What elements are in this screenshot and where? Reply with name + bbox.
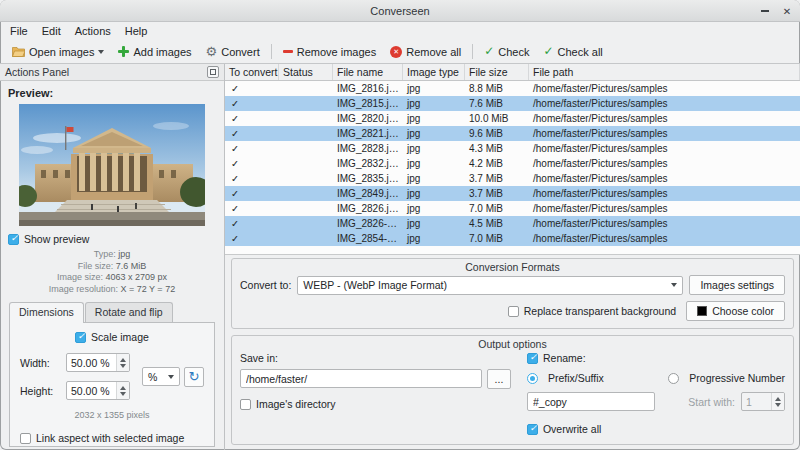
row-file-size: 3.7 MiB <box>465 173 529 184</box>
checkbox-unchecked-icon <box>20 433 31 444</box>
check-button[interactable]: ✓ Check <box>477 44 536 60</box>
replace-transparent-checkbox[interactable]: Replace transparent background <box>508 305 676 317</box>
row-check-icon[interactable]: ✓ <box>225 203 279 214</box>
table-row[interactable]: ✓IMG_2820.jpgjpg10.0 MiB/home/faster/Pic… <box>225 111 800 126</box>
output-options-group: Output options Save in: ... Image's dire… <box>231 335 794 445</box>
width-spinbox[interactable]: 50.00 % <box>66 353 130 372</box>
rename-checkbox[interactable]: Rename: <box>527 352 785 364</box>
radio-selected-icon <box>527 373 538 384</box>
panel-tabs: Dimensions Rotate and flip <box>9 302 215 322</box>
spin-stepper-buttons[interactable] <box>116 382 129 399</box>
menu-actions[interactable]: Actions <box>68 24 118 38</box>
row-image-type: jpg <box>403 173 465 184</box>
prefix-suffix-radio[interactable]: Prefix/Suffix <box>527 372 604 384</box>
row-check-icon[interactable]: ✓ <box>225 128 279 139</box>
table-row[interactable]: ✓IMG_2835.jpgjpg3.7 MiB/home/faster/Pict… <box>225 171 800 186</box>
dimensions-pane: Scale image Width: 50.00 % % <box>9 322 215 447</box>
row-check-icon[interactable]: ✓ <box>225 233 279 244</box>
info-type-value: jpg <box>118 249 130 259</box>
row-check-icon[interactable]: ✓ <box>225 83 279 94</box>
column-status[interactable]: Status <box>279 64 333 80</box>
table-row[interactable]: ✓IMG_2849.jpgjpg3.7 MiB/home/faster/Pict… <box>225 186 800 201</box>
row-check-icon[interactable]: ✓ <box>225 113 279 124</box>
table-row[interactable]: ✓IMG_2826-M...jpg4.5 MiB/home/faster/Pic… <box>225 216 800 231</box>
images-directory-checkbox[interactable]: Image's directory <box>240 398 511 410</box>
height-spinbox[interactable]: 50.00 % <box>66 381 130 400</box>
check-label: Check <box>498 46 529 58</box>
show-preview-checkbox[interactable]: Show preview <box>8 233 216 245</box>
row-file-path: /home/faster/Pictures/samples <box>529 203 800 214</box>
table-row[interactable]: ✓IMG_2815.jpgjpg7.6 MiB/home/faster/Pict… <box>225 96 800 111</box>
browse-button[interactable]: ... <box>487 369 511 389</box>
column-file-path[interactable]: File path <box>529 64 800 80</box>
format-combobox[interactable]: WEBP - (WebP Image Format) <box>297 276 683 295</box>
table-row[interactable]: ✓IMG_2816.jpgjpg8.8 MiB/home/faster/Pict… <box>225 81 800 96</box>
table-row[interactable]: ✓IMG_2832.jpgjpg4.2 MiB/home/faster/Pict… <box>225 156 800 171</box>
undock-icon <box>210 69 216 75</box>
check-all-button[interactable]: ✓ Check all <box>536 44 609 60</box>
choose-color-button[interactable]: Choose color <box>686 301 785 321</box>
row-check-icon[interactable]: ✓ <box>225 143 279 154</box>
menu-edit[interactable]: Edit <box>35 24 68 38</box>
scale-image-checkbox[interactable]: Scale image <box>20 331 204 343</box>
reset-size-button[interactable]: ↻ <box>184 367 204 387</box>
row-file-path: /home/faster/Pictures/samples <box>529 143 800 154</box>
row-image-type: jpg <box>403 98 465 109</box>
remove-all-button[interactable]: ✕ Remove all <box>383 44 468 60</box>
column-file-size[interactable]: File size <box>465 64 529 80</box>
tab-rotate-and-flip[interactable]: Rotate and flip <box>85 302 173 322</box>
column-image-type[interactable]: Image type <box>403 64 465 80</box>
height-label: Height: <box>20 385 60 397</box>
row-file-name: IMG_2854-2.j... <box>333 233 403 244</box>
menu-file[interactable]: File <box>3 24 35 38</box>
open-images-button[interactable]: Open images <box>5 44 111 60</box>
column-to-convert[interactable]: To convert <box>225 64 279 80</box>
table-row[interactable]: ✓IMG_2854-2.j...jpg7.0 MiB/home/faster/P… <box>225 231 800 246</box>
chevron-down-icon <box>98 50 104 54</box>
spin-stepper-buttons[interactable] <box>116 354 129 371</box>
convert-button[interactable]: ⚙ Convert <box>199 44 267 60</box>
save-in-input[interactable] <box>240 369 482 388</box>
images-settings-button[interactable]: Images settings <box>689 275 785 295</box>
checkbox-checked-icon <box>75 332 86 343</box>
row-check-icon[interactable]: ✓ <box>225 173 279 184</box>
row-file-name: IMG_2815.jpg <box>333 98 403 109</box>
row-file-size: 7.6 MiB <box>465 98 529 109</box>
spin-up-icon <box>120 386 126 390</box>
column-file-name[interactable]: File name <box>333 64 403 80</box>
table-row[interactable]: ✓IMG_2826.jpgjpg7.0 MiB/home/faster/Pict… <box>225 201 800 216</box>
window-controls: ✕ <box>758 0 794 22</box>
link-aspect-checkbox[interactable]: Link aspect with selected image <box>20 432 204 444</box>
row-check-icon[interactable]: ✓ <box>225 98 279 109</box>
add-images-button[interactable]: Add images <box>111 44 198 60</box>
row-check-icon[interactable]: ✓ <box>225 218 279 229</box>
minimize-button[interactable] <box>758 4 772 18</box>
menu-help[interactable]: Help <box>118 24 155 38</box>
file-table-body: ✓IMG_2816.jpgjpg8.8 MiB/home/faster/Pict… <box>225 81 800 246</box>
spin-stepper-buttons[interactable] <box>771 393 784 410</box>
undock-panel-button[interactable] <box>207 66 219 78</box>
rename-pattern-input[interactable] <box>527 392 655 411</box>
table-row[interactable]: ✓IMG_2828.jpgjpg4.3 MiB/home/faster/Pict… <box>225 141 800 156</box>
row-file-path: /home/faster/Pictures/samples <box>529 188 800 199</box>
row-file-size: 4.3 MiB <box>465 143 529 154</box>
unit-combobox[interactable]: % <box>142 367 180 386</box>
tab-dimensions[interactable]: Dimensions <box>9 302 84 323</box>
row-image-type: jpg <box>403 188 465 199</box>
width-label: Width: <box>20 357 60 369</box>
row-check-icon[interactable]: ✓ <box>225 188 279 199</box>
title-bar[interactable]: Converseen ✕ <box>0 0 800 22</box>
preview-label: Preview: <box>8 87 216 99</box>
remove-images-button[interactable]: Remove images <box>276 44 383 60</box>
row-check-icon[interactable]: ✓ <box>225 158 279 169</box>
replace-transparent-label: Replace transparent background <box>524 305 676 317</box>
actions-panel-header: Actions Panel <box>0 64 224 81</box>
progressive-number-radio[interactable]: Progressive Number <box>668 372 785 384</box>
close-button[interactable]: ✕ <box>780 4 794 18</box>
toolbar-separator <box>271 44 272 59</box>
start-with-spinbox[interactable]: 1 <box>741 392 785 411</box>
spin-up-icon <box>120 358 126 362</box>
overwrite-all-checkbox[interactable]: Overwrite all <box>527 423 785 435</box>
images-directory-label: Image's directory <box>256 398 336 410</box>
table-row[interactable]: ✓IMG_2821.jpgjpg9.6 MiB/home/faster/Pict… <box>225 126 800 141</box>
